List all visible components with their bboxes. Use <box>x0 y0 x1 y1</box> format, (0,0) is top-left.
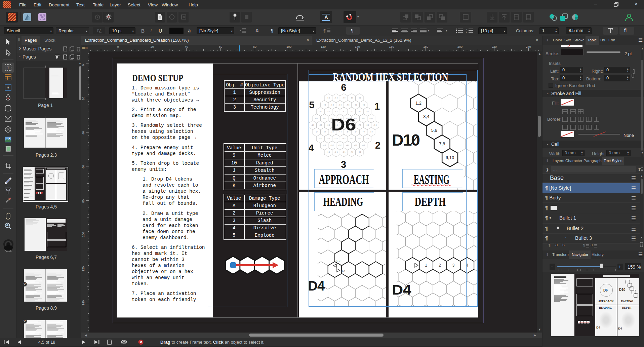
svg-text:⌐5-9: ⌐5-9 <box>327 97 330 99</box>
svg-text:T: T <box>638 167 641 172</box>
svg-text:3: 3 <box>452 263 455 268</box>
svg-text:⌐8-9: ⌐8-9 <box>350 97 354 99</box>
svg-text:9,10: 9,10 <box>446 155 454 160</box>
svg-text:1: 1 <box>374 101 380 112</box>
svg-text:2: 2 <box>466 31 467 33</box>
svg-text:¶: ¶ <box>323 28 326 33</box>
svg-text:A: A <box>6 85 10 90</box>
svg-text:6: 6 <box>341 82 346 93</box>
svg-text:⌐6-9: ⌐6-9 <box>334 97 338 99</box>
svg-text:⌐3-6: ⌐3-6 <box>323 117 326 119</box>
svg-text:⌐9-5: ⌐9-5 <box>373 124 377 126</box>
svg-text:2: 2 <box>375 140 380 151</box>
svg-text:2: 2 <box>439 263 441 268</box>
svg-text:⌐8-7: ⌐8-7 <box>358 111 361 112</box>
svg-text:⌐7-3: ⌐7-3 <box>366 138 369 140</box>
svg-text:⌐8-4: ⌐8-4 <box>370 131 373 133</box>
svg-text:⌐4-2: ⌐4-2 <box>346 145 350 146</box>
svg-text:⌐7-9: ⌐7-9 <box>342 97 346 99</box>
svg-text:⌐7-8: ⌐7-8 <box>346 104 350 106</box>
svg-text:⌐1-2: ⌐1-2 <box>323 145 326 146</box>
svg-text:⌐5-2: ⌐5-2 <box>354 145 357 146</box>
svg-text:3: 3 <box>341 159 346 170</box>
svg-text:⌐1-1: ⌐1-1 <box>327 151 330 153</box>
svg-text:4: 4 <box>308 143 314 153</box>
svg-text:⌐7-7: ⌐7-7 <box>350 111 354 112</box>
svg-text:1: 1 <box>425 263 427 268</box>
svg-text:⌐8-5: ⌐8-5 <box>366 124 369 126</box>
svg-text:5,6: 5,6 <box>431 128 437 133</box>
svg-text:⌐9-6: ⌐9-6 <box>370 117 373 119</box>
svg-text:3,4: 3,4 <box>341 269 346 272</box>
svg-text:⌐6-2: ⌐6-2 <box>362 145 365 146</box>
svg-text:⌐2-4: ⌐2-4 <box>323 131 326 133</box>
svg-text:3,4: 3,4 <box>423 114 429 119</box>
svg-text:⌐3-2: ⌐3-2 <box>338 145 342 146</box>
svg-text:⌐4-1: ⌐4-1 <box>350 151 354 153</box>
svg-text:⌐2-6: ⌐2-6 <box>315 117 318 119</box>
svg-text:⌐3-3: ⌐3-3 <box>334 138 338 140</box>
svg-text:⌐5-7: ⌐5-7 <box>334 111 338 112</box>
svg-text:⌐4-8: ⌐4-8 <box>323 104 326 106</box>
svg-text:⌐9-9: ⌐9-9 <box>358 97 361 99</box>
svg-text:⌐1-5: ⌐1-5 <box>311 124 314 126</box>
svg-text:⌐1-4: ⌐1-4 <box>315 131 318 133</box>
svg-text:⌐8-8: ⌐8-8 <box>354 104 357 106</box>
svg-text:⌐1-3: ⌐1-3 <box>319 138 322 140</box>
svg-text:1,2: 1,2 <box>336 259 340 263</box>
svg-text:⌐6-3: ⌐6-3 <box>358 138 361 140</box>
svg-text:⌐2-3: ⌐2-3 <box>327 138 330 140</box>
svg-text:T: T <box>7 65 9 70</box>
svg-text:ǁV: ǁV <box>97 29 101 33</box>
svg-text:⌐4-3: ⌐4-3 <box>342 138 346 140</box>
svg-text:1,2: 1,2 <box>415 101 421 106</box>
svg-text:⌐9-8: ⌐9-8 <box>362 104 365 106</box>
svg-text:⌐5-1: ⌐5-1 <box>358 151 361 153</box>
svg-text:4: 4 <box>466 263 468 268</box>
svg-text:⌐6-7: ⌐6-7 <box>342 111 346 112</box>
svg-text:⌐6-8: ⌐6-8 <box>338 104 342 106</box>
svg-text:⌐7-5: ⌐7-5 <box>358 124 361 126</box>
svg-text:⌐2-2: ⌐2-2 <box>331 145 334 146</box>
svg-text:⌐2-1: ⌐2-1 <box>334 151 338 153</box>
svg-text:5: 5 <box>309 100 314 110</box>
svg-text:⌐9-7: ⌐9-7 <box>366 111 369 112</box>
svg-text:⌐3-5: ⌐3-5 <box>327 124 330 126</box>
svg-text:A: A <box>324 14 328 20</box>
svg-text:⌐8-6: ⌐8-6 <box>362 117 365 119</box>
svg-text:⌐7-4: ⌐7-4 <box>362 131 365 133</box>
svg-text:⌐4-7: ⌐4-7 <box>327 111 330 112</box>
svg-text:⌐5-3: ⌐5-3 <box>350 138 354 140</box>
svg-text:7,8: 7,8 <box>439 141 445 146</box>
svg-text:⌐2-5: ⌐2-5 <box>319 124 322 126</box>
svg-text:D6: D6 <box>331 115 356 134</box>
svg-text:⌐3-1: ⌐3-1 <box>342 151 346 153</box>
svg-text:⌐5-8: ⌐5-8 <box>331 104 334 106</box>
svg-text:1: 1 <box>466 29 467 31</box>
svg-text:⌐3-7: ⌐3-7 <box>319 111 322 112</box>
